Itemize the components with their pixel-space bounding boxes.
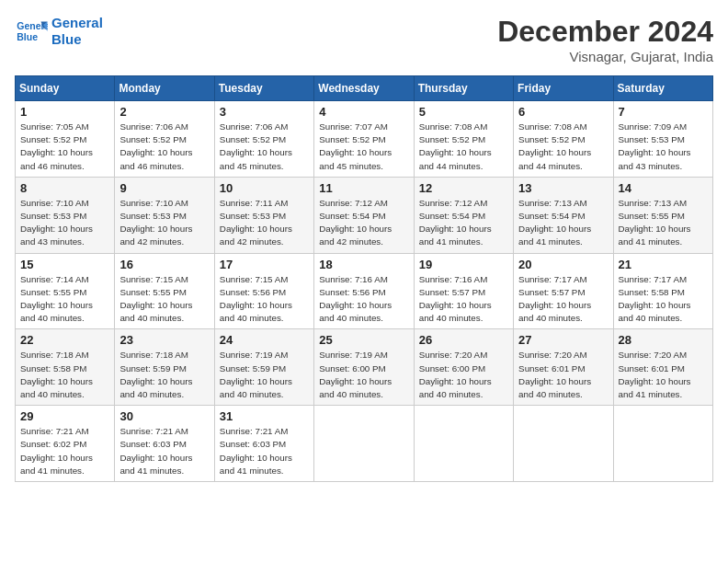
day-info: Sunrise: 7:10 AMSunset: 5:53 PMDaylight:…	[20, 197, 109, 249]
calendar-cell: 20Sunrise: 7:17 AMSunset: 5:57 PMDayligh…	[514, 253, 613, 329]
title-block: December 2024 Visnagar, Gujarat, India	[497, 15, 713, 64]
day-number: 25	[319, 333, 408, 347]
day-number: 12	[419, 181, 508, 195]
calendar-cell: 18Sunrise: 7:16 AMSunset: 5:56 PMDayligh…	[314, 253, 414, 329]
day-info: Sunrise: 7:17 AMSunset: 5:57 PMDaylight:…	[518, 273, 608, 326]
day-info: Sunrise: 7:06 AMSunset: 5:52 PMDaylight:…	[220, 121, 309, 173]
calendar-cell: 31Sunrise: 7:21 AMSunset: 6:03 PMDayligh…	[214, 406, 313, 482]
day-number: 8	[20, 181, 109, 195]
calendar-cell: 17Sunrise: 7:15 AMSunset: 5:56 PMDayligh…	[214, 253, 313, 329]
weekday-header-wednesday: Wednesday	[314, 76, 414, 101]
day-number: 18	[319, 258, 408, 271]
day-number: 1	[20, 105, 109, 119]
day-info: Sunrise: 7:15 AMSunset: 5:55 PMDaylight:…	[119, 273, 209, 326]
day-number: 11	[319, 181, 408, 195]
calendar-cell: 28Sunrise: 7:20 AMSunset: 6:01 PMDayligh…	[613, 329, 712, 406]
day-info: Sunrise: 7:16 AMSunset: 5:56 PMDaylight:…	[319, 273, 408, 326]
calendar-cell: 30Sunrise: 7:21 AMSunset: 6:03 PMDayligh…	[115, 406, 214, 482]
day-number: 16	[119, 258, 209, 271]
calendar-cell: 15Sunrise: 7:14 AMSunset: 5:55 PMDayligh…	[16, 253, 115, 329]
calendar-cell: 9Sunrise: 7:10 AMSunset: 5:53 PMDaylight…	[115, 177, 214, 253]
calendar-cell: 24Sunrise: 7:19 AMSunset: 5:59 PMDayligh…	[214, 329, 313, 406]
weekday-header-saturday: Saturday	[613, 76, 712, 101]
day-info: Sunrise: 7:13 AMSunset: 5:54 PMDaylight:…	[518, 197, 608, 249]
day-info: Sunrise: 7:18 AMSunset: 5:59 PMDaylight:…	[119, 349, 209, 401]
weekday-header-tuesday: Tuesday	[214, 76, 313, 101]
day-info: Sunrise: 7:13 AMSunset: 5:55 PMDaylight:…	[619, 197, 708, 249]
day-number: 5	[419, 105, 508, 119]
day-info: Sunrise: 7:17 AMSunset: 5:58 PMDaylight:…	[619, 273, 708, 326]
day-info: Sunrise: 7:12 AMSunset: 5:54 PMDaylight:…	[419, 197, 508, 249]
day-number: 14	[619, 181, 708, 195]
day-number: 7	[619, 105, 708, 119]
calendar-cell: 13Sunrise: 7:13 AMSunset: 5:54 PMDayligh…	[514, 177, 613, 253]
day-info: Sunrise: 7:15 AMSunset: 5:56 PMDaylight:…	[220, 273, 309, 326]
day-number: 20	[518, 258, 608, 271]
logo-icon: General Blue	[15, 18, 48, 44]
weekday-header-sunday: Sunday	[16, 76, 115, 101]
day-info: Sunrise: 7:10 AMSunset: 5:53 PMDaylight:…	[119, 197, 209, 249]
calendar-cell: 22Sunrise: 7:18 AMSunset: 5:58 PMDayligh…	[16, 329, 115, 406]
day-number: 22	[20, 333, 109, 347]
logo: General Blue GeneralBlue	[15, 15, 103, 48]
day-number: 21	[619, 258, 708, 271]
day-number: 13	[518, 181, 608, 195]
day-number: 23	[119, 333, 209, 347]
calendar-cell: 10Sunrise: 7:11 AMSunset: 5:53 PMDayligh…	[214, 177, 313, 253]
day-number: 10	[220, 181, 309, 195]
day-info: Sunrise: 7:12 AMSunset: 5:54 PMDaylight:…	[319, 197, 408, 249]
calendar-cell: 16Sunrise: 7:15 AMSunset: 5:55 PMDayligh…	[115, 253, 214, 329]
calendar-cell: 25Sunrise: 7:19 AMSunset: 6:00 PMDayligh…	[314, 329, 414, 406]
day-info: Sunrise: 7:08 AMSunset: 5:52 PMDaylight:…	[518, 121, 608, 173]
day-number: 4	[319, 105, 408, 119]
day-info: Sunrise: 7:16 AMSunset: 5:57 PMDaylight:…	[419, 273, 508, 326]
calendar-cell: 2Sunrise: 7:06 AMSunset: 5:52 PMDaylight…	[115, 101, 214, 178]
day-number: 6	[518, 105, 608, 119]
day-info: Sunrise: 7:11 AMSunset: 5:53 PMDaylight:…	[220, 197, 309, 249]
day-info: Sunrise: 7:07 AMSunset: 5:52 PMDaylight:…	[319, 121, 408, 173]
svg-text:Blue: Blue	[17, 31, 38, 42]
calendar-cell: 26Sunrise: 7:20 AMSunset: 6:00 PMDayligh…	[414, 329, 513, 406]
calendar-cell	[414, 406, 513, 482]
day-info: Sunrise: 7:20 AMSunset: 6:00 PMDaylight:…	[419, 349, 508, 401]
day-number: 9	[119, 181, 209, 195]
calendar-cell: 12Sunrise: 7:12 AMSunset: 5:54 PMDayligh…	[414, 177, 513, 253]
calendar-cell: 3Sunrise: 7:06 AMSunset: 5:52 PMDaylight…	[214, 101, 313, 178]
calendar-cell: 8Sunrise: 7:10 AMSunset: 5:53 PMDaylight…	[16, 177, 115, 253]
calendar-cell: 29Sunrise: 7:21 AMSunset: 6:02 PMDayligh…	[16, 406, 115, 482]
day-number: 19	[419, 258, 508, 271]
calendar-cell	[314, 406, 414, 482]
calendar-cell: 6Sunrise: 7:08 AMSunset: 5:52 PMDaylight…	[514, 101, 613, 178]
day-info: Sunrise: 7:18 AMSunset: 5:58 PMDaylight:…	[20, 349, 109, 401]
weekday-header-thursday: Thursday	[414, 76, 513, 101]
weekday-header-friday: Friday	[514, 76, 613, 101]
day-number: 3	[220, 105, 309, 119]
calendar-cell	[514, 406, 613, 482]
calendar-cell: 7Sunrise: 7:09 AMSunset: 5:53 PMDaylight…	[613, 101, 712, 178]
day-number: 2	[119, 105, 209, 119]
day-number: 24	[220, 333, 309, 347]
day-number: 15	[20, 258, 109, 271]
calendar-cell: 1Sunrise: 7:05 AMSunset: 5:52 PMDaylight…	[16, 101, 115, 178]
day-number: 27	[518, 333, 608, 347]
day-info: Sunrise: 7:20 AMSunset: 6:01 PMDaylight:…	[619, 349, 708, 401]
logo-text: GeneralBlue	[51, 15, 103, 48]
day-info: Sunrise: 7:19 AMSunset: 5:59 PMDaylight:…	[220, 349, 309, 401]
day-info: Sunrise: 7:08 AMSunset: 5:52 PMDaylight:…	[419, 121, 508, 173]
day-number: 30	[119, 409, 209, 423]
day-info: Sunrise: 7:06 AMSunset: 5:52 PMDaylight:…	[119, 121, 209, 173]
day-number: 26	[419, 333, 508, 347]
calendar-cell: 19Sunrise: 7:16 AMSunset: 5:57 PMDayligh…	[414, 253, 513, 329]
month-title: December 2024	[497, 15, 713, 49]
calendar-cell: 21Sunrise: 7:17 AMSunset: 5:58 PMDayligh…	[613, 253, 712, 329]
day-info: Sunrise: 7:21 AMSunset: 6:03 PMDaylight:…	[119, 425, 209, 477]
day-number: 17	[220, 258, 309, 271]
day-info: Sunrise: 7:14 AMSunset: 5:55 PMDaylight:…	[20, 273, 109, 326]
calendar-cell: 5Sunrise: 7:08 AMSunset: 5:52 PMDaylight…	[414, 101, 513, 178]
calendar: SundayMondayTuesdayWednesdayThursdayFrid…	[15, 75, 713, 482]
weekday-header-monday: Monday	[115, 76, 214, 101]
day-info: Sunrise: 7:21 AMSunset: 6:02 PMDaylight:…	[20, 425, 109, 477]
day-info: Sunrise: 7:21 AMSunset: 6:03 PMDaylight:…	[220, 425, 309, 477]
calendar-cell: 4Sunrise: 7:07 AMSunset: 5:52 PMDaylight…	[314, 101, 414, 178]
location: Visnagar, Gujarat, India	[497, 49, 713, 64]
